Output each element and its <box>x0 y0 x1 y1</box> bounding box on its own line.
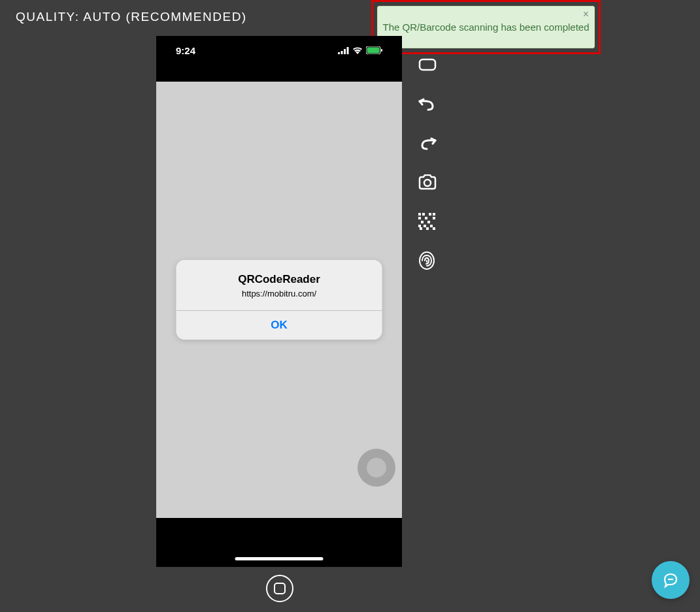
status-bar: 9:24 <box>156 36 402 65</box>
toast-notification: The QR/Barcode scanning has been complet… <box>371 0 601 54</box>
svg-rect-14 <box>425 217 427 219</box>
assistive-touch-button[interactable] <box>358 449 395 487</box>
wifi-icon <box>352 47 363 54</box>
svg-rect-12 <box>433 213 435 216</box>
svg-rect-20 <box>430 225 433 227</box>
toast-message: The QR/Barcode scanning has been complet… <box>382 22 589 33</box>
fingerprint-icon[interactable] <box>418 251 444 270</box>
svg-rect-22 <box>426 227 429 230</box>
svg-rect-17 <box>427 221 430 223</box>
assistive-touch-inner <box>367 458 386 477</box>
svg-rect-23 <box>433 227 435 230</box>
home-button[interactable] <box>266 575 293 602</box>
home-button-inner <box>274 583 286 594</box>
signal-icon <box>338 47 349 54</box>
redo-icon[interactable] <box>418 134 444 152</box>
toast-inner: The QR/Barcode scanning has been complet… <box>377 6 595 48</box>
chat-button[interactable] <box>652 561 690 599</box>
camera-view[interactable]: QRCodeReader https://mobitru.com/ OK <box>156 82 402 518</box>
svg-rect-2 <box>344 49 346 54</box>
chat-icon <box>662 572 679 588</box>
svg-rect-9 <box>418 213 421 216</box>
status-icons <box>338 46 382 54</box>
rotate-icon[interactable] <box>418 56 444 74</box>
svg-rect-1 <box>341 51 343 54</box>
home-indicator[interactable] <box>235 557 324 560</box>
svg-rect-11 <box>429 213 431 216</box>
svg-rect-5 <box>367 48 380 54</box>
svg-rect-15 <box>433 217 435 219</box>
svg-rect-21 <box>420 227 422 230</box>
svg-rect-6 <box>381 49 382 52</box>
svg-point-8 <box>424 180 431 186</box>
qrcode-icon[interactable] <box>418 212 444 231</box>
svg-rect-13 <box>418 217 421 219</box>
status-time: 9:24 <box>176 45 195 56</box>
battery-icon <box>366 46 382 54</box>
camera-icon[interactable] <box>418 173 444 191</box>
phone-frame: 9:24 QRCodeReader https://mobitru.com/ O… <box>156 36 402 567</box>
alert-content: QRCodeReader https://mobitru.com/ <box>176 260 382 310</box>
svg-rect-7 <box>420 59 435 70</box>
svg-rect-16 <box>421 221 424 223</box>
svg-rect-10 <box>422 213 425 216</box>
alert-dialog: QRCodeReader https://mobitru.com/ OK <box>176 260 382 340</box>
ok-button[interactable]: OK <box>176 311 382 340</box>
undo-icon[interactable] <box>418 95 444 113</box>
alert-message: https://mobitru.com/ <box>187 289 372 298</box>
quality-label[interactable]: QUALITY: AUTO (RECOMMENDED) <box>16 10 247 24</box>
svg-rect-0 <box>338 52 340 54</box>
device-toolbar <box>418 56 444 270</box>
svg-rect-3 <box>347 47 349 54</box>
close-icon[interactable]: × <box>583 9 589 20</box>
svg-rect-19 <box>424 225 426 227</box>
svg-rect-18 <box>418 225 421 227</box>
alert-title: QRCodeReader <box>187 273 372 286</box>
